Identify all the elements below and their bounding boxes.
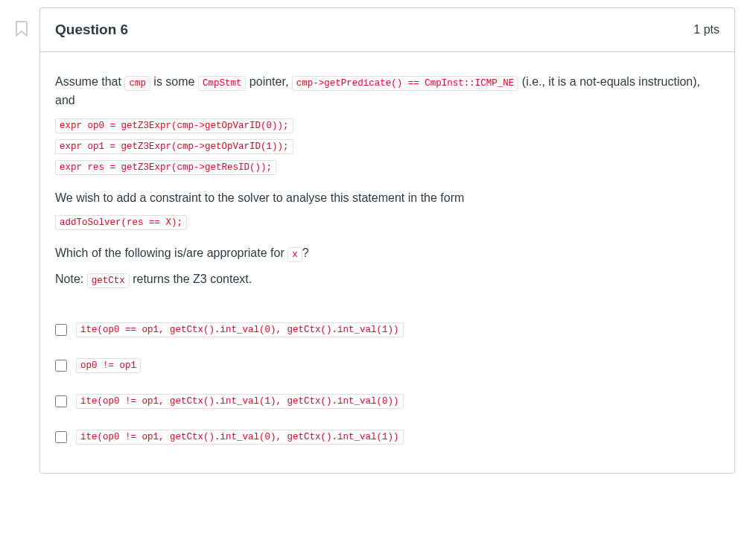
option-row: ite(op0 != op1, getCtx().int_val(1), get… (55, 386, 719, 416)
code-line-solver: addToSolver(res == X); (55, 215, 187, 230)
option-checkbox[interactable] (55, 395, 67, 407)
code-line: expr op1 = getZ3Expr(cmp->getOpVarID(1))… (55, 139, 293, 154)
code-line: expr res = getZ3Expr(cmp->getResID()); (55, 160, 276, 175)
text: returns the Z3 context. (130, 273, 252, 285)
option-row: op0 != op1 (55, 351, 719, 381)
question-header: Question 6 1 pts (40, 8, 734, 52)
code-inline-cmpstmt: CmpStmt (198, 76, 247, 91)
text: pointer, (246, 75, 291, 88)
text: Note: (55, 273, 87, 285)
text: Assume that (55, 75, 124, 88)
option-row: ite(op0 == op1, getCtx().int_val(0), get… (55, 315, 719, 345)
paragraph-question: Which of the following is/are appropriat… (55, 244, 719, 263)
question-card: Question 6 1 pts Assume that cmp is some… (39, 7, 735, 474)
code-inline-predicate: cmp->getPredicate() == CmpInst::ICMP_NE (292, 76, 519, 91)
text: ? (302, 246, 309, 259)
question-body: Assume that cmp is some CmpStmt pointer,… (40, 52, 734, 473)
option-row: ite(op0 != op1, getCtx().int_val(0), get… (55, 422, 719, 452)
bookmark-icon[interactable] (15, 21, 28, 40)
question-points: 1 pts (693, 23, 719, 36)
code-line: expr op0 = getZ3Expr(cmp->getOpVarID(0))… (55, 118, 293, 133)
text: Which of the following is/are appropriat… (55, 246, 287, 259)
code-block-area: expr op0 = getZ3Expr(cmp->getOpVarID(0))… (55, 118, 719, 180)
question-text: Assume that cmp is some CmpStmt pointer,… (55, 73, 719, 289)
code-inline-getctx: getCtx (87, 273, 130, 288)
option-code: ite(op0 == op1, getCtx().int_val(0), get… (76, 322, 404, 337)
paragraph-constraint: We wish to add a constraint to the solve… (55, 189, 719, 208)
text: is some (150, 75, 198, 88)
option-code: op0 != op1 (76, 358, 141, 373)
code-inline-x: x (287, 247, 302, 262)
option-code: ite(op0 != op1, getCtx().int_val(1), get… (76, 394, 404, 409)
paragraph-note: Note: getCtx returns the Z3 context. (55, 270, 719, 289)
paragraph-intro: Assume that cmp is some CmpStmt pointer,… (55, 73, 719, 110)
options-list: ite(op0 == op1, getCtx().int_val(0), get… (55, 315, 719, 452)
option-checkbox[interactable] (55, 324, 67, 336)
option-code: ite(op0 != op1, getCtx().int_val(0), get… (76, 430, 404, 445)
code-block-solver: addToSolver(res == X); (55, 214, 719, 235)
code-inline-cmp: cmp (124, 76, 150, 91)
question-title: Question 6 (55, 22, 128, 38)
option-checkbox[interactable] (55, 431, 67, 443)
option-checkbox[interactable] (55, 360, 67, 372)
question-container: Question 6 1 pts Assume that cmp is some… (15, 7, 735, 474)
